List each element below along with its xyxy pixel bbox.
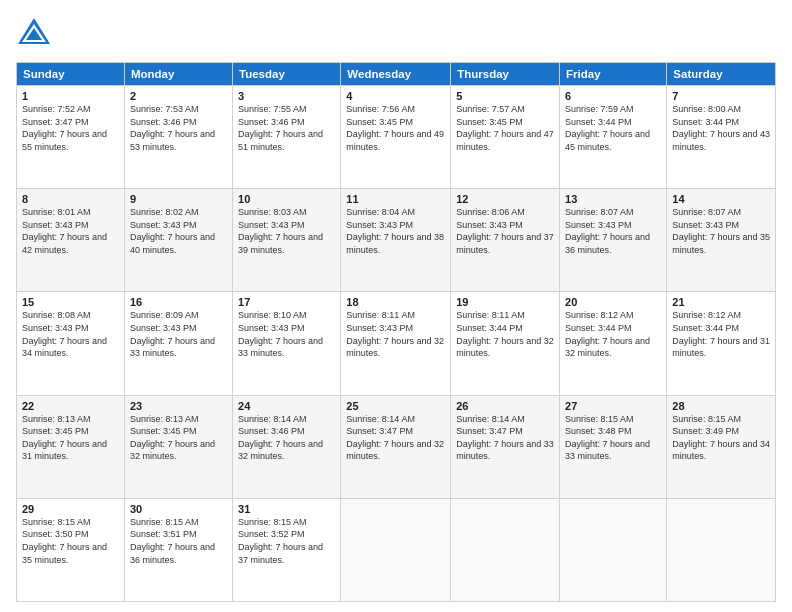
table-row: 20 Sunrise: 8:12 AMSunset: 3:44 PMDaylig… xyxy=(560,292,667,395)
table-row: 22 Sunrise: 8:13 AMSunset: 3:45 PMDaylig… xyxy=(17,395,125,498)
day-number: 16 xyxy=(130,296,227,308)
page: SundayMondayTuesdayWednesdayThursdayFrid… xyxy=(0,0,792,612)
day-info: Sunrise: 8:06 AMSunset: 3:43 PMDaylight:… xyxy=(456,207,554,255)
day-info: Sunrise: 8:03 AMSunset: 3:43 PMDaylight:… xyxy=(238,207,323,255)
day-info: Sunrise: 8:07 AMSunset: 3:43 PMDaylight:… xyxy=(565,207,650,255)
day-number: 3 xyxy=(238,90,335,102)
table-row xyxy=(667,498,776,601)
day-number: 12 xyxy=(456,193,554,205)
day-info: Sunrise: 8:14 AMSunset: 3:46 PMDaylight:… xyxy=(238,414,323,462)
day-number: 17 xyxy=(238,296,335,308)
day-info: Sunrise: 8:14 AMSunset: 3:47 PMDaylight:… xyxy=(346,414,444,462)
day-info: Sunrise: 7:55 AMSunset: 3:46 PMDaylight:… xyxy=(238,104,323,152)
calendar-week-3: 15 Sunrise: 8:08 AMSunset: 3:43 PMDaylig… xyxy=(17,292,776,395)
table-row: 9 Sunrise: 8:02 AMSunset: 3:43 PMDayligh… xyxy=(124,189,232,292)
calendar-header-sunday: Sunday xyxy=(17,63,125,86)
day-info: Sunrise: 7:52 AMSunset: 3:47 PMDaylight:… xyxy=(22,104,107,152)
day-number: 27 xyxy=(565,400,661,412)
table-row: 19 Sunrise: 8:11 AMSunset: 3:44 PMDaylig… xyxy=(451,292,560,395)
calendar-week-2: 8 Sunrise: 8:01 AMSunset: 3:43 PMDayligh… xyxy=(17,189,776,292)
table-row: 24 Sunrise: 8:14 AMSunset: 3:46 PMDaylig… xyxy=(233,395,341,498)
day-info: Sunrise: 8:09 AMSunset: 3:43 PMDaylight:… xyxy=(130,310,215,358)
day-info: Sunrise: 7:59 AMSunset: 3:44 PMDaylight:… xyxy=(565,104,650,152)
day-number: 30 xyxy=(130,503,227,515)
table-row: 12 Sunrise: 8:06 AMSunset: 3:43 PMDaylig… xyxy=(451,189,560,292)
table-row: 17 Sunrise: 8:10 AMSunset: 3:43 PMDaylig… xyxy=(233,292,341,395)
table-row: 21 Sunrise: 8:12 AMSunset: 3:44 PMDaylig… xyxy=(667,292,776,395)
day-number: 21 xyxy=(672,296,770,308)
table-row: 10 Sunrise: 8:03 AMSunset: 3:43 PMDaylig… xyxy=(233,189,341,292)
day-number: 31 xyxy=(238,503,335,515)
day-info: Sunrise: 8:10 AMSunset: 3:43 PMDaylight:… xyxy=(238,310,323,358)
table-row: 8 Sunrise: 8:01 AMSunset: 3:43 PMDayligh… xyxy=(17,189,125,292)
day-info: Sunrise: 7:57 AMSunset: 3:45 PMDaylight:… xyxy=(456,104,554,152)
table-row: 11 Sunrise: 8:04 AMSunset: 3:43 PMDaylig… xyxy=(341,189,451,292)
day-number: 11 xyxy=(346,193,445,205)
table-row: 4 Sunrise: 7:56 AMSunset: 3:45 PMDayligh… xyxy=(341,86,451,189)
day-info: Sunrise: 8:07 AMSunset: 3:43 PMDaylight:… xyxy=(672,207,770,255)
day-number: 24 xyxy=(238,400,335,412)
calendar-header-monday: Monday xyxy=(124,63,232,86)
day-number: 9 xyxy=(130,193,227,205)
day-info: Sunrise: 8:01 AMSunset: 3:43 PMDaylight:… xyxy=(22,207,107,255)
day-info: Sunrise: 7:53 AMSunset: 3:46 PMDaylight:… xyxy=(130,104,215,152)
table-row: 5 Sunrise: 7:57 AMSunset: 3:45 PMDayligh… xyxy=(451,86,560,189)
table-row: 26 Sunrise: 8:14 AMSunset: 3:47 PMDaylig… xyxy=(451,395,560,498)
table-row: 16 Sunrise: 8:09 AMSunset: 3:43 PMDaylig… xyxy=(124,292,232,395)
day-info: Sunrise: 8:04 AMSunset: 3:43 PMDaylight:… xyxy=(346,207,444,255)
logo xyxy=(16,16,56,52)
day-number: 18 xyxy=(346,296,445,308)
day-number: 4 xyxy=(346,90,445,102)
calendar-header-row: SundayMondayTuesdayWednesdayThursdayFrid… xyxy=(17,63,776,86)
day-number: 5 xyxy=(456,90,554,102)
calendar-header-saturday: Saturday xyxy=(667,63,776,86)
calendar-body: 1 Sunrise: 7:52 AMSunset: 3:47 PMDayligh… xyxy=(17,86,776,602)
day-info: Sunrise: 8:02 AMSunset: 3:43 PMDaylight:… xyxy=(130,207,215,255)
table-row: 6 Sunrise: 7:59 AMSunset: 3:44 PMDayligh… xyxy=(560,86,667,189)
table-row: 28 Sunrise: 8:15 AMSunset: 3:49 PMDaylig… xyxy=(667,395,776,498)
day-info: Sunrise: 8:11 AMSunset: 3:44 PMDaylight:… xyxy=(456,310,554,358)
day-number: 1 xyxy=(22,90,119,102)
day-number: 23 xyxy=(130,400,227,412)
day-number: 19 xyxy=(456,296,554,308)
day-number: 26 xyxy=(456,400,554,412)
calendar-week-5: 29 Sunrise: 8:15 AMSunset: 3:50 PMDaylig… xyxy=(17,498,776,601)
logo-icon xyxy=(16,16,52,48)
calendar-header-wednesday: Wednesday xyxy=(341,63,451,86)
day-number: 13 xyxy=(565,193,661,205)
day-number: 15 xyxy=(22,296,119,308)
table-row: 2 Sunrise: 7:53 AMSunset: 3:46 PMDayligh… xyxy=(124,86,232,189)
table-row: 18 Sunrise: 8:11 AMSunset: 3:43 PMDaylig… xyxy=(341,292,451,395)
day-number: 2 xyxy=(130,90,227,102)
table-row: 30 Sunrise: 8:15 AMSunset: 3:51 PMDaylig… xyxy=(124,498,232,601)
calendar-header-thursday: Thursday xyxy=(451,63,560,86)
table-row: 1 Sunrise: 7:52 AMSunset: 3:47 PMDayligh… xyxy=(17,86,125,189)
table-row: 13 Sunrise: 8:07 AMSunset: 3:43 PMDaylig… xyxy=(560,189,667,292)
table-row: 29 Sunrise: 8:15 AMSunset: 3:50 PMDaylig… xyxy=(17,498,125,601)
day-info: Sunrise: 8:13 AMSunset: 3:45 PMDaylight:… xyxy=(22,414,107,462)
day-info: Sunrise: 8:15 AMSunset: 3:49 PMDaylight:… xyxy=(672,414,770,462)
day-info: Sunrise: 8:13 AMSunset: 3:45 PMDaylight:… xyxy=(130,414,215,462)
day-info: Sunrise: 8:00 AMSunset: 3:44 PMDaylight:… xyxy=(672,104,770,152)
day-number: 20 xyxy=(565,296,661,308)
table-row xyxy=(451,498,560,601)
table-row: 15 Sunrise: 8:08 AMSunset: 3:43 PMDaylig… xyxy=(17,292,125,395)
table-row: 14 Sunrise: 8:07 AMSunset: 3:43 PMDaylig… xyxy=(667,189,776,292)
day-info: Sunrise: 8:15 AMSunset: 3:51 PMDaylight:… xyxy=(130,517,215,565)
day-info: Sunrise: 8:12 AMSunset: 3:44 PMDaylight:… xyxy=(565,310,650,358)
day-number: 14 xyxy=(672,193,770,205)
day-number: 6 xyxy=(565,90,661,102)
day-info: Sunrise: 8:11 AMSunset: 3:43 PMDaylight:… xyxy=(346,310,444,358)
calendar-header-friday: Friday xyxy=(560,63,667,86)
day-info: Sunrise: 8:12 AMSunset: 3:44 PMDaylight:… xyxy=(672,310,770,358)
table-row: 25 Sunrise: 8:14 AMSunset: 3:47 PMDaylig… xyxy=(341,395,451,498)
table-row xyxy=(560,498,667,601)
day-info: Sunrise: 8:08 AMSunset: 3:43 PMDaylight:… xyxy=(22,310,107,358)
day-number: 25 xyxy=(346,400,445,412)
calendar-table: SundayMondayTuesdayWednesdayThursdayFrid… xyxy=(16,62,776,602)
calendar-week-1: 1 Sunrise: 7:52 AMSunset: 3:47 PMDayligh… xyxy=(17,86,776,189)
day-number: 7 xyxy=(672,90,770,102)
day-number: 28 xyxy=(672,400,770,412)
day-info: Sunrise: 8:14 AMSunset: 3:47 PMDaylight:… xyxy=(456,414,554,462)
calendar-week-4: 22 Sunrise: 8:13 AMSunset: 3:45 PMDaylig… xyxy=(17,395,776,498)
